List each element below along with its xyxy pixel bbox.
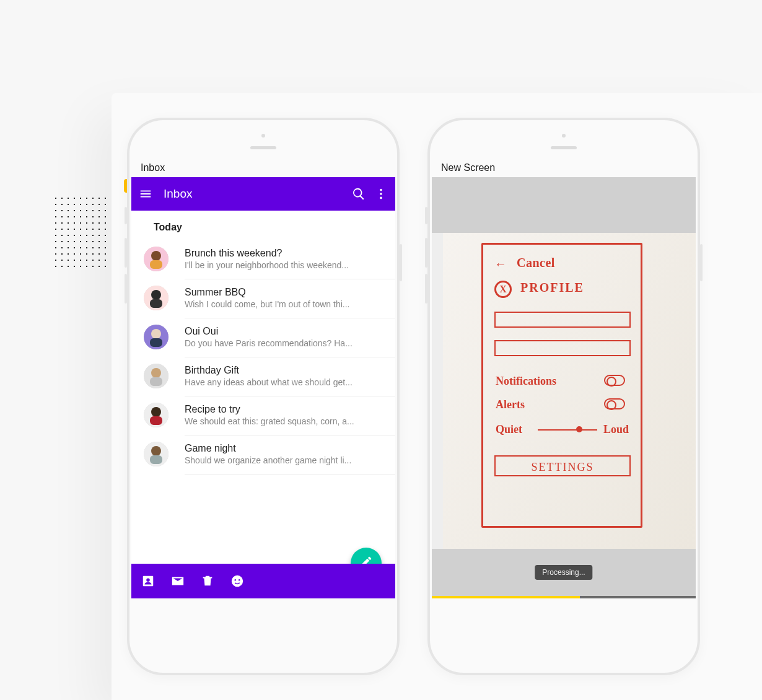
phone-side-button bbox=[425, 238, 427, 268]
phone-side-button bbox=[400, 244, 402, 281]
message-snippet: Wish I could come, but I'm out of town t… bbox=[185, 299, 387, 309]
sketch-text-quiet: Quiet bbox=[496, 423, 522, 436]
phone-side-button bbox=[425, 207, 427, 224]
artboard-label-new-screen[interactable]: New Screen bbox=[441, 162, 698, 173]
message-title: Summer BBQ bbox=[185, 287, 387, 298]
svg-point-21 bbox=[232, 575, 243, 587]
back-arrow-icon: ← bbox=[494, 257, 507, 271]
artboard-label-inbox[interactable]: Inbox bbox=[141, 162, 397, 173]
message-snippet: Do you have Paris recommendations? Ha... bbox=[185, 338, 387, 348]
svg-rect-5 bbox=[150, 260, 162, 269]
svg-point-22 bbox=[235, 579, 237, 581]
avatar bbox=[144, 286, 169, 310]
sketch-text-cancel: Cancel bbox=[517, 256, 555, 270]
emoji-icon[interactable] bbox=[230, 574, 244, 588]
inbox-list-item[interactable]: Recipe to try We should eat this: grated… bbox=[185, 396, 395, 435]
svg-rect-20 bbox=[150, 455, 162, 464]
trash-icon[interactable] bbox=[201, 574, 214, 588]
svg-rect-14 bbox=[150, 377, 162, 386]
message-title: Recipe to try bbox=[185, 404, 387, 415]
sketch-text-notifications: Notifications bbox=[496, 375, 556, 388]
phone-bezel-top bbox=[430, 120, 698, 157]
decorative-dot-grid bbox=[53, 195, 108, 269]
inbox-section-header: Today bbox=[131, 211, 395, 240]
inbox-list-item[interactable]: Summer BBQ Wish I could come, but I'm ou… bbox=[185, 279, 395, 318]
sketch-text-field bbox=[494, 340, 631, 356]
svg-rect-8 bbox=[150, 299, 162, 308]
avatar bbox=[144, 247, 169, 271]
processing-toast: Processing... bbox=[535, 565, 592, 580]
sketch-text-alerts: Alerts bbox=[496, 398, 525, 411]
avatar bbox=[144, 364, 169, 388]
svg-point-1 bbox=[380, 193, 382, 195]
camera-vignette-top bbox=[432, 177, 696, 233]
search-icon[interactable] bbox=[352, 187, 366, 201]
svg-rect-11 bbox=[150, 338, 162, 347]
svg-point-0 bbox=[380, 189, 382, 191]
sketch-frame: ← Cancel X PROFILE Notifications Alerts … bbox=[481, 243, 642, 528]
sketch-toggle-switch bbox=[604, 398, 625, 409]
inbox-list-item[interactable]: Birthday Gift Have any ideas about what … bbox=[185, 357, 395, 396]
message-title: Oui Oui bbox=[185, 326, 387, 337]
sketch-slider-track bbox=[538, 429, 597, 431]
phone-side-button bbox=[425, 274, 427, 304]
sketch-text-field bbox=[494, 312, 631, 328]
svg-point-7 bbox=[151, 290, 161, 300]
avatar bbox=[144, 442, 169, 466]
progress-bar-fill bbox=[432, 596, 580, 598]
hamburger-menu-icon[interactable] bbox=[139, 187, 152, 201]
sketch-text-profile: PROFILE bbox=[520, 281, 584, 295]
svg-point-4 bbox=[151, 251, 161, 261]
phone-side-button bbox=[125, 274, 127, 304]
svg-point-13 bbox=[151, 368, 161, 378]
phone-bezel-top bbox=[129, 120, 397, 157]
svg-point-16 bbox=[151, 407, 161, 417]
inbox-screen: Inbox Today Brunch this weekend? I'll be… bbox=[131, 177, 395, 598]
message-title: Birthday Gift bbox=[185, 365, 387, 376]
svg-point-2 bbox=[380, 197, 382, 199]
inbox-list-item[interactable]: Oui Oui Do you have Paris recommendation… bbox=[185, 318, 395, 357]
message-title: Game night bbox=[185, 443, 387, 454]
svg-rect-17 bbox=[150, 416, 162, 425]
svg-point-10 bbox=[151, 329, 161, 339]
message-title: Brunch this weekend? bbox=[185, 248, 387, 259]
mail-icon[interactable] bbox=[171, 574, 185, 588]
sketch-toggle-switch bbox=[604, 375, 625, 386]
message-snippet: Should we organize another game night li… bbox=[185, 455, 387, 465]
svg-point-23 bbox=[239, 579, 240, 581]
avatar bbox=[144, 325, 169, 349]
avatar bbox=[144, 403, 169, 427]
more-vertical-icon[interactable] bbox=[374, 187, 388, 201]
sketch-text-loud: Loud bbox=[603, 423, 629, 436]
sketch-settings-button: SETTINGS bbox=[494, 455, 631, 476]
inbox-list-item[interactable]: Game night Should we organize another ga… bbox=[185, 435, 395, 475]
app-bar-title: Inbox bbox=[164, 187, 343, 201]
close-x-icon: X bbox=[494, 281, 512, 298]
svg-point-19 bbox=[151, 446, 161, 456]
phone-side-button bbox=[700, 244, 703, 281]
phone-mockup-new-screen: New Screen ← Cancel X PROFILE Notificati… bbox=[427, 118, 700, 675]
sketch-slider-thumb bbox=[576, 426, 582, 432]
message-snippet: I'll be in your neighborhood this weeken… bbox=[185, 260, 387, 270]
inbox-app-bar: Inbox bbox=[131, 177, 395, 211]
phone-mockup-inbox: Inbox Inbox Today Brunch this weekend? I… bbox=[127, 118, 400, 675]
inbox-bottom-toolbar bbox=[131, 564, 395, 598]
inbox-list-item[interactable]: Brunch this weekend? I'll be in your nei… bbox=[185, 240, 395, 279]
phone-side-button bbox=[125, 207, 127, 224]
message-snippet: Have any ideas about what we should get.… bbox=[185, 377, 387, 387]
paper-sketch-photo: ← Cancel X PROFILE Notifications Alerts … bbox=[443, 233, 696, 549]
inbox-message-list: Brunch this weekend? I'll be in your nei… bbox=[131, 240, 395, 475]
sketch-capture-screen: ← Cancel X PROFILE Notifications Alerts … bbox=[432, 177, 696, 598]
contact-card-icon[interactable] bbox=[141, 574, 155, 588]
phone-side-button bbox=[125, 238, 127, 268]
message-snippet: We should eat this: grated squash, corn,… bbox=[185, 416, 387, 426]
